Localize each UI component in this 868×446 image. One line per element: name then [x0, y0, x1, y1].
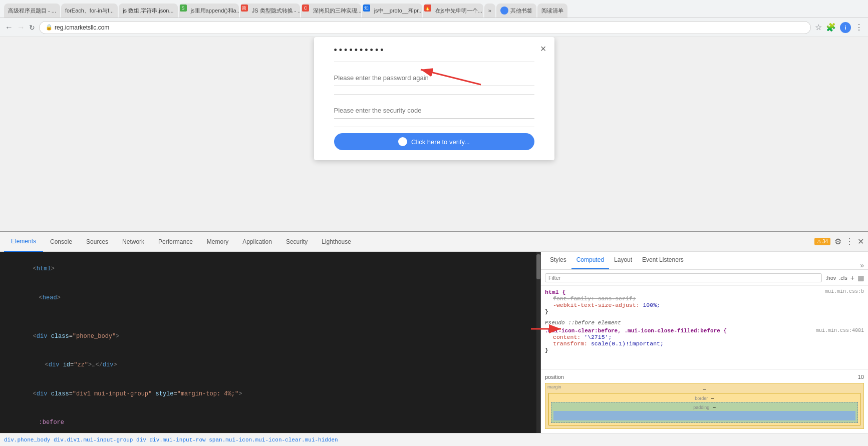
css-selector-pseudo: .mui-icon-clear:before, .mui-icon-close-…	[545, 328, 727, 334]
verify-button-label: Click here to verify...	[411, 138, 470, 146]
box-model-margin-label: margin	[547, 384, 561, 389]
lock-icon: 🔒	[46, 24, 53, 31]
styles-tab-event-listeners[interactable]: Event Listeners	[637, 252, 689, 269]
styles-panel-tabs: Styles Computed Layout Event Listeners »	[541, 252, 868, 270]
scrollbar-thumb[interactable]	[536, 254, 540, 279]
address-bar[interactable]: 🔒 reg.icmarketsllc.com	[39, 21, 811, 34]
tab-label: js里用append()和a...	[191, 7, 239, 15]
box-model-position-val: 10	[858, 374, 864, 380]
css-block-close: }	[545, 308, 864, 315]
tab-label: forEach、for-in与f...	[65, 7, 114, 15]
tab[interactable]: C 深拷贝的三种实现...	[301, 4, 361, 18]
tab[interactable]: S js里用append()和a...	[179, 4, 239, 18]
breadcrumb-text: div.phone_body div.div1.mui-input-group …	[4, 437, 338, 443]
verify-spinner	[398, 137, 407, 146]
modal: •••••••••• × Click here to verify...	[314, 37, 554, 160]
styles-content: html { mui.min.css:b font-family: sans-s…	[541, 286, 868, 369]
pseudo-label: Pseudo ::before element	[545, 320, 864, 326]
tab-label: js中__proto__和pr...	[374, 7, 422, 15]
page-area: •••••••••• × Click here to verify...	[0, 37, 868, 232]
styles-tab-styles[interactable]: Styles	[545, 252, 571, 269]
profile-avatar[interactable]: i	[840, 22, 851, 33]
tab[interactable]: 简 JS 类型隐式转换 - ...	[240, 4, 300, 18]
scrollbar-vertical[interactable]	[536, 252, 540, 433]
tab-label: JS 类型隐式转换 - ...	[252, 7, 300, 15]
devtools-body: <html> <head> <div class="phone_body"> <…	[0, 252, 868, 433]
close-devtools-icon[interactable]: ✕	[857, 237, 864, 246]
filter-cls-button[interactable]: .cls	[839, 275, 847, 281]
pseudo-prop-1: content: '\2715';	[545, 334, 864, 340]
css-block-pseudo-close: }	[545, 347, 864, 353]
filter-hov-button[interactable]: :hov	[826, 275, 836, 281]
box-model-border: border – padding –	[548, 393, 860, 425]
tab[interactable]: 知 js中__proto__和pr...	[362, 4, 422, 18]
tab-label: js 数组,字符串,json...	[123, 7, 173, 15]
devtools-tab-sources[interactable]: Sources	[79, 232, 115, 252]
devtools-tab-lighthouse[interactable]: Lighthouse	[315, 232, 358, 252]
elements-tab-label: Elements	[11, 238, 36, 245]
styles-tab-layout[interactable]: Layout	[609, 252, 637, 269]
security-code-input[interactable]	[334, 103, 534, 119]
css-source-html[interactable]: mui.min.css:b	[825, 289, 864, 295]
box-model-padding: padding –	[551, 402, 858, 423]
forward-button[interactable]: →	[17, 23, 25, 32]
devtools-tabs: Elements Console Sources Network Perform…	[0, 232, 868, 252]
computed-tab-label: Computed	[576, 256, 604, 263]
tab[interactable]: 其他书签	[496, 4, 536, 18]
security-tab-label: Security	[286, 238, 308, 245]
star-icon[interactable]: ☆	[815, 23, 822, 32]
modal-close-button[interactable]: ×	[540, 43, 546, 55]
tab-label: 高级程序员题目 - ...	[8, 7, 56, 15]
styles-tab-computed[interactable]: Computed	[571, 252, 609, 269]
devtools: Elements Console Sources Network Perform…	[0, 231, 868, 446]
box-model-border-val: –	[711, 395, 714, 401]
verify-button-row: Click here to verify...	[334, 133, 534, 150]
memory-tab-label: Memory	[207, 238, 228, 245]
menu-icon[interactable]: ⋮	[855, 23, 863, 32]
html-line: <head>	[4, 284, 536, 313]
network-tab-label: Network	[122, 238, 144, 245]
tab[interactable]: js 数组,字符串,json...	[119, 4, 177, 18]
box-model-padding-label: padding	[693, 405, 709, 410]
refresh-button[interactable]: ↻	[29, 24, 35, 32]
devtools-tab-memory[interactable]: Memory	[200, 232, 235, 252]
tab-label: 深拷贝的三种实现...	[313, 7, 361, 15]
devtools-tab-application[interactable]: Application	[235, 232, 279, 252]
computed-view-toggle[interactable]: ▦	[857, 274, 864, 282]
styles-tab-more[interactable]: »	[860, 261, 864, 269]
devtools-tab-network[interactable]: Network	[115, 232, 151, 252]
devtools-tab-console[interactable]: Console	[43, 232, 79, 252]
devtools-tab-elements[interactable]: Elements	[4, 232, 43, 252]
extensions-icon[interactable]: 🧩	[826, 23, 836, 32]
html-line	[4, 312, 536, 322]
filter-plus-button[interactable]: +	[850, 274, 854, 282]
password-again-input[interactable]	[334, 70, 534, 86]
html-line: :before	[4, 408, 536, 433]
warning-icon: ⚠	[817, 239, 821, 244]
tab-label: 其他书签	[510, 7, 532, 15]
console-tab-label: Console	[50, 238, 72, 245]
lighthouse-tab-label: Lighthouse	[322, 238, 351, 245]
devtools-tab-performance[interactable]: Performance	[151, 232, 200, 252]
tab[interactable]: 阅读清单	[537, 4, 567, 18]
more-options-icon[interactable]: ⋮	[845, 237, 853, 246]
tab[interactable]: forEach、for-in与f...	[61, 4, 118, 18]
html-line: <html>	[4, 255, 536, 284]
back-button[interactable]: ←	[5, 23, 13, 32]
styles-filter-input[interactable]	[545, 273, 822, 282]
verify-button[interactable]: Click here to verify...	[334, 133, 534, 150]
html-line: <div class="phone_body">	[4, 322, 536, 351]
css-source-pseudo[interactable]: mui.min.css:4081	[816, 328, 864, 334]
tab-more-button[interactable]: »	[484, 4, 495, 18]
box-model-outer: margin – border – padding –	[545, 383, 864, 429]
tab-label: 阅读清单	[541, 7, 563, 15]
box-model-section: position 10 margin – border – padding –	[541, 369, 868, 433]
address-text: reg.icmarketsllc.com	[55, 24, 109, 31]
box-model-padding-val: –	[713, 404, 716, 410]
devtools-statusbar: div.phone_body div.div1.mui-input-group …	[0, 433, 868, 446]
tab[interactable]: 🔥 在js中先申明一个...	[423, 4, 483, 18]
devtools-tab-security[interactable]: Security	[279, 232, 315, 252]
tab[interactable]: 高级程序员题目 - ...	[4, 4, 60, 18]
warning-badge: ⚠ 34	[814, 238, 830, 245]
settings-icon[interactable]: ⚙	[834, 237, 841, 246]
